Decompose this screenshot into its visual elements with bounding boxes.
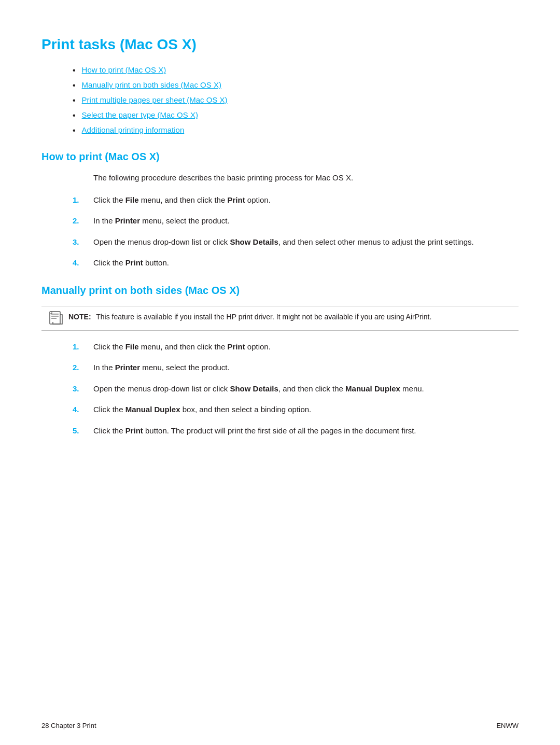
step-2-3: 3. Open the menus drop-down list or clic…	[73, 383, 519, 395]
note-label: NOTE:	[68, 313, 91, 321]
note-body: This feature is available if you install…	[96, 313, 431, 321]
step-content: Click the File menu, and then click the …	[93, 194, 519, 206]
bold-print-2: Print	[227, 342, 245, 351]
page-title: Print tasks (Mac OS X)	[41, 36, 519, 53]
bold-printer-2: Printer	[115, 363, 140, 372]
note-text: NOTE: This feature is available if you i…	[68, 312, 431, 322]
toc-item-1: How to print (Mac OS X)	[73, 65, 519, 75]
toc-item-5: Additional printing information	[73, 125, 519, 135]
section1-intro: The following procedure describes the ba…	[93, 172, 519, 184]
step-number: 3.	[73, 383, 93, 395]
toc-item-3: Print multiple pages per sheet (Mac OS X…	[73, 95, 519, 105]
svg-rect-2	[51, 316, 59, 317]
step-content: Click the Print button.	[93, 257, 519, 269]
note-box: NOTE: This feature is available if you i…	[41, 306, 519, 331]
toc-link-2[interactable]: Manually print on both sides (Mac OS X)	[82, 80, 221, 89]
step-number: 2.	[73, 215, 93, 227]
step-content: Click the File menu, and then click the …	[93, 341, 519, 353]
bold-show-details-2: Show Details	[230, 384, 278, 393]
bold-file-1: File	[125, 195, 139, 204]
step-2-2: 2. In the Printer menu, select the produ…	[73, 362, 519, 374]
svg-rect-3	[51, 318, 57, 319]
section2-title: Manually print on both sides (Mac OS X)	[41, 285, 519, 297]
footer-right: ENWW	[496, 722, 519, 729]
section2-steps: 1. Click the File menu, and then click t…	[73, 341, 519, 437]
step-number: 1.	[73, 194, 93, 206]
step-number: 4.	[73, 404, 93, 416]
toc-list: How to print (Mac OS X) Manually print o…	[73, 65, 519, 135]
footer: 28 Chapter 3 Print ENWW	[41, 722, 519, 729]
bold-print-btn-1: Print	[125, 258, 143, 267]
bold-manual-duplex-1: Manual Duplex	[345, 384, 400, 393]
bold-manual-duplex-2: Manual Duplex	[125, 405, 180, 414]
step-1-2: 2. In the Printer menu, select the produ…	[73, 215, 519, 227]
footer-left: 28 Chapter 3 Print	[41, 722, 96, 729]
bold-print-1: Print	[227, 195, 245, 204]
step-1-4: 4. Click the Print button.	[73, 257, 519, 269]
toc-item-4: Select the paper type (Mac OS X)	[73, 110, 519, 120]
note-icon	[49, 311, 63, 325]
step-content: Open the menus drop-down list or click S…	[93, 383, 519, 395]
step-number: 1.	[73, 341, 93, 353]
svg-rect-1	[51, 314, 59, 315]
step-number: 5.	[73, 425, 93, 437]
section1-steps: 1. Click the File menu, and then click t…	[73, 194, 519, 269]
toc-link-1[interactable]: How to print (Mac OS X)	[82, 65, 166, 74]
step-content: Click the Manual Duplex box, and then se…	[93, 404, 519, 416]
bold-file-2: File	[125, 342, 139, 351]
step-1-3: 3. Open the menus drop-down list or clic…	[73, 236, 519, 248]
step-1-1: 1. Click the File menu, and then click t…	[73, 194, 519, 206]
toc-item-2: Manually print on both sides (Mac OS X)	[73, 80, 519, 90]
section1-title: How to print (Mac OS X)	[41, 151, 519, 163]
step-number: 4.	[73, 257, 93, 269]
step-number: 3.	[73, 236, 93, 248]
toc-link-5[interactable]: Additional printing information	[82, 125, 185, 134]
step-content: Click the Print button. The product will…	[93, 425, 519, 437]
step-content: In the Printer menu, select the product.	[93, 362, 519, 374]
bold-printer-1: Printer	[115, 216, 140, 225]
step-2-4: 4. Click the Manual Duplex box, and then…	[73, 404, 519, 416]
bold-show-details-1: Show Details	[230, 237, 278, 246]
step-2-1: 1. Click the File menu, and then click t…	[73, 341, 519, 353]
step-content: In the Printer menu, select the product.	[93, 215, 519, 227]
step-number: 2.	[73, 362, 93, 374]
step-content: Open the menus drop-down list or click S…	[93, 236, 519, 248]
bold-print-3: Print	[125, 426, 143, 435]
toc-link-4[interactable]: Select the paper type (Mac OS X)	[82, 110, 198, 119]
step-2-5: 5. Click the Print button. The product w…	[73, 425, 519, 437]
toc-link-3[interactable]: Print multiple pages per sheet (Mac OS X…	[82, 95, 228, 104]
